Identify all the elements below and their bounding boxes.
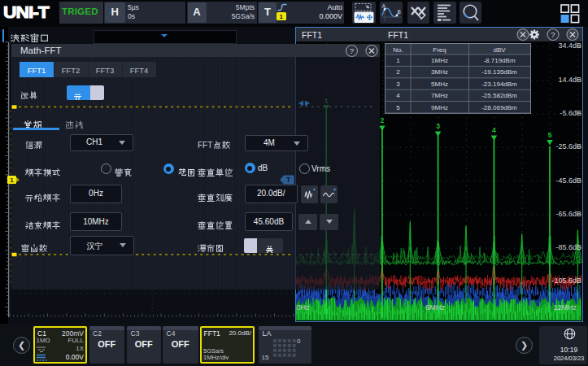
svg-text:-28.069dBm: -28.069dBm [481,104,517,111]
svg-text:dBV: dBV [493,46,506,54]
svg-text:5: 5 [396,104,400,111]
svg-text:-25.6dB: -25.6dB [555,142,581,150]
svg-text:-23.194dBm: -23.194dBm [481,81,517,88]
svg-text:34.4dB: 34.4dB [558,41,581,50]
svg-text:5: 5 [548,131,552,139]
svg-text:-19.135dBm: -19.135dBm [481,68,517,76]
svg-text:3: 3 [396,81,400,88]
svg-text:7MHz: 7MHz [431,92,448,99]
svg-text:9MHz: 9MHz [431,104,448,111]
svg-text:-105.6dB: -105.6dB [551,277,581,285]
svg-text:-25.582dBm: -25.582dBm [481,92,517,99]
svg-text:Freq: Freq [433,46,446,54]
svg-text:4: 4 [492,126,496,134]
svg-text:2: 2 [396,68,400,76]
svg-text:4: 4 [396,92,400,99]
svg-text:-85.6dB: -85.6dB [555,243,581,251]
svg-text:1MHz: 1MHz [431,57,448,64]
svg-text:6MHz: 6MHz [425,303,445,312]
svg-text:12MHz: 12MHz [553,303,577,312]
svg-text:1: 1 [396,57,400,64]
svg-text:-45.6dB: -45.6dB [555,176,581,185]
svg-text:3: 3 [436,122,440,130]
svg-text:5MHz: 5MHz [431,81,448,88]
svg-text:No.: No. [393,46,403,54]
svg-text:-65.6dB: -65.6dB [555,210,581,218]
svg-text:-5.6dB: -5.6dB [560,109,581,117]
svg-text:14.4dB: 14.4dB [558,76,581,84]
svg-text:3MHz: 3MHz [431,68,448,76]
svg-text:-8.719dBm: -8.719dBm [483,57,515,64]
